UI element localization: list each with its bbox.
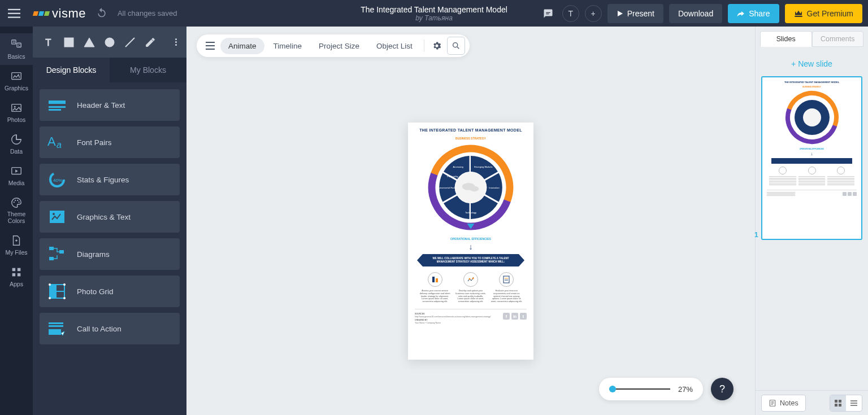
text-tool[interactable]: T	[40, 32, 58, 53]
download-button[interactable]: Download	[669, 4, 722, 23]
comment-icon	[543, 8, 553, 19]
rail-basics[interactable]: AC Basics	[0, 33, 33, 65]
data-icon	[10, 133, 23, 146]
svg-rect-42	[49, 322, 63, 324]
svg-text:Innovation: Innovation	[489, 186, 499, 189]
rail-photos[interactable]: Photos	[0, 97, 33, 128]
block-list: Header & Text Aa Font Pairs 40% Stats & …	[33, 82, 186, 351]
canvas-area[interactable]: Animate Timeline Project Size Object Lis…	[186, 27, 755, 415]
block-stats-figures[interactable]: 40% Stats & Figures	[40, 164, 180, 195]
rail-theme-colors[interactable]: Theme Colors	[0, 191, 33, 229]
undo-icon	[96, 7, 107, 18]
svg-line-22	[125, 38, 134, 47]
logo[interactable]: visme	[28, 6, 90, 21]
svg-point-31	[53, 213, 55, 215]
comments-button[interactable]	[540, 5, 557, 22]
svg-rect-17	[12, 273, 16, 277]
notes-button[interactable]: Notes	[761, 395, 806, 412]
svg-point-63	[468, 278, 470, 279]
apps-icon	[10, 266, 23, 278]
grid-view-button[interactable]	[830, 395, 846, 411]
tab-design-blocks[interactable]: Design Blocks	[33, 58, 110, 82]
svg-point-54	[470, 186, 479, 192]
rail-data[interactable]: Data	[0, 128, 33, 160]
draw-tool[interactable]	[141, 32, 159, 53]
document-title-block[interactable]: The Integrated Talent Management Model b…	[361, 5, 507, 22]
undo-button[interactable]	[96, 7, 107, 20]
block-font-pairs[interactable]: Aa Font Pairs	[40, 126, 180, 158]
svg-rect-30	[50, 211, 64, 223]
rail-media[interactable]: Media	[0, 160, 33, 191]
new-slide-button[interactable]: + New slide	[763, 59, 860, 68]
block-diagrams[interactable]: Diagrams	[40, 238, 180, 270]
column-icon-3	[499, 272, 514, 287]
search-icon	[452, 41, 461, 50]
rail-graphics[interactable]: Graphics	[0, 65, 33, 97]
svg-rect-1	[8, 12, 20, 14]
svg-text:A: A	[47, 134, 56, 148]
tab-my-blocks[interactable]: My Blocks	[110, 58, 186, 82]
circle-tool[interactable]	[101, 32, 119, 53]
animate-button[interactable]: Animate	[220, 38, 264, 54]
get-premium-button[interactable]: Get Premium	[785, 4, 862, 23]
svg-rect-77	[839, 400, 841, 403]
line-tool[interactable]	[121, 32, 139, 53]
logo-mark-icon	[33, 11, 50, 16]
canvas-menu-button[interactable]	[201, 37, 219, 55]
present-button[interactable]: Present	[607, 4, 663, 23]
doc-footer: SOURCES http://www.genesis10.com/service…	[415, 309, 527, 324]
svg-point-21	[105, 38, 114, 47]
help-button[interactable]: ?	[711, 378, 734, 400]
text-icon: T	[43, 37, 54, 48]
svg-rect-76	[835, 400, 837, 403]
canvas-document[interactable]: THE INTEGRATED TALENT MANAGEMENT MODEL B…	[408, 123, 533, 360]
svg-rect-25	[49, 109, 61, 111]
list-view-button[interactable]	[846, 395, 862, 411]
svg-rect-80	[850, 400, 857, 401]
svg-rect-61	[432, 277, 435, 282]
doc-social-icons: fint	[503, 313, 527, 320]
slide-thumbnail[interactable]: 1 THE INTEGRATED TALENT MANAGEMENT MODEL…	[761, 76, 862, 240]
settings-button[interactable]	[428, 37, 446, 55]
svg-point-12	[15, 200, 16, 201]
hamburger-small-icon	[206, 42, 215, 50]
svg-rect-78	[835, 404, 837, 407]
top-bar: visme All changes saved The Integrated T…	[0, 0, 868, 27]
rail-apps[interactable]: Apps	[0, 261, 33, 292]
svg-rect-46	[206, 45, 215, 46]
svg-rect-36	[50, 285, 57, 298]
slides-panel: Slides Comments + New slide 1 THE INTEGR…	[755, 27, 868, 415]
svg-text:Environmental Factors: Environmental Factors	[437, 187, 457, 189]
block-header-text[interactable]: Header & Text	[40, 89, 180, 121]
svg-point-41	[63, 297, 66, 299]
svg-rect-2	[8, 16, 20, 18]
zoom-control[interactable]: 27%	[599, 378, 703, 400]
graphics-text-icon	[47, 207, 67, 226]
search-canvas-button[interactable]	[447, 37, 465, 55]
share-button[interactable]: Share	[728, 4, 779, 23]
grid-icon	[834, 399, 842, 407]
block-graphics-text[interactable]: Graphics & Text	[40, 201, 180, 233]
document-title: The Integrated Talent Management Model	[361, 5, 507, 14]
add-collaborator-button[interactable]: +	[585, 5, 602, 22]
save-status: All changes saved	[118, 9, 177, 18]
header-text-icon	[47, 95, 67, 115]
more-shapes-button[interactable]	[172, 36, 180, 49]
blocks-panel: T Design Blocks My Blocks Header & Text …	[33, 27, 186, 415]
block-call-to-action[interactable]: Call to Action	[40, 313, 180, 344]
zoom-slider[interactable]	[609, 388, 670, 390]
object-list-button[interactable]: Object List	[368, 38, 420, 54]
menu-button[interactable]	[0, 0, 28, 27]
timeline-button[interactable]: Timeline	[266, 38, 310, 54]
tab-slides[interactable]: Slides	[760, 31, 812, 47]
zoom-thumb[interactable]	[609, 386, 616, 392]
project-size-button[interactable]: Project Size	[311, 38, 367, 54]
triangle-tool[interactable]	[80, 32, 98, 53]
block-photo-grid[interactable]: Photo Grid	[40, 276, 180, 307]
svg-text:40%: 40%	[53, 178, 62, 183]
crown-icon	[794, 10, 803, 18]
rail-my-files[interactable]: My Files	[0, 229, 33, 261]
tab-comments[interactable]: Comments	[812, 31, 864, 47]
rectangle-tool[interactable]	[60, 32, 78, 53]
user-avatar[interactable]: T	[562, 5, 579, 22]
